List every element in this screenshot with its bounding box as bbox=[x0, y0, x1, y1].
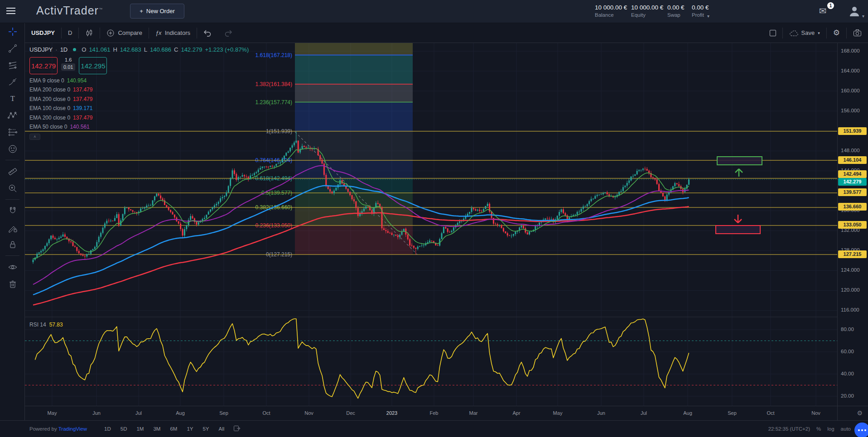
svg-text:T: T bbox=[10, 95, 15, 102]
timeframe-row: 1D5D1M3M6M1Y5YAll bbox=[101, 425, 227, 433]
legend-timeframe[interactable]: 1D bbox=[60, 46, 68, 53]
long-arrow-icon bbox=[735, 169, 743, 177]
indicator-row[interactable]: EMA 200 close 0137.479 bbox=[29, 86, 249, 93]
new-order-button[interactable]: + New Order bbox=[130, 4, 184, 19]
candlestick-icon bbox=[85, 29, 93, 37]
trend-line-tool[interactable] bbox=[0, 40, 25, 57]
compare-button[interactable]: Compare bbox=[100, 23, 148, 43]
range-button-1m[interactable]: 1M bbox=[134, 425, 146, 433]
market-open-dot bbox=[73, 48, 76, 51]
tradingview-link[interactable]: TradingView bbox=[58, 426, 87, 432]
range-button-6m[interactable]: 6M bbox=[167, 425, 180, 433]
ruler-tool[interactable] bbox=[0, 163, 25, 180]
month-label: Nov bbox=[304, 410, 313, 416]
emoji-tool[interactable] bbox=[0, 140, 25, 157]
fib-level-label: 1.382(161.384) bbox=[256, 81, 292, 87]
eye-tool[interactable] bbox=[0, 259, 25, 275]
drawing-lock-tool[interactable] bbox=[0, 219, 25, 236]
price-tick-label: 124.000 bbox=[841, 267, 860, 273]
text-tool[interactable]: T bbox=[0, 90, 25, 107]
avatar-dropdown-caret[interactable]: ▾ bbox=[862, 14, 864, 19]
avatar[interactable] bbox=[848, 5, 861, 17]
month-label: Aug bbox=[683, 410, 692, 416]
rsi-tick-label: 80.00 bbox=[841, 327, 854, 332]
magnet-tool[interactable] bbox=[0, 202, 25, 219]
percent-scale-button[interactable]: % bbox=[816, 426, 821, 432]
mail-icon[interactable]: ✉ bbox=[819, 5, 827, 16]
legend-symbol[interactable]: USDJPY bbox=[29, 46, 53, 53]
price-axis[interactable]: 168.000164.000160.000156.000148.000144.0… bbox=[837, 43, 868, 420]
mail-badge: 1 bbox=[827, 2, 834, 9]
crosshair-tool[interactable] bbox=[0, 23, 25, 40]
range-button-3m[interactable]: 3M bbox=[150, 425, 163, 433]
indicator-value: 137.479 bbox=[73, 86, 92, 93]
account-dropdown-caret[interactable]: ▾ bbox=[707, 14, 709, 19]
log-scale-button[interactable]: log bbox=[827, 426, 834, 432]
spread-points: 0.01 bbox=[61, 63, 75, 71]
month-label: Oct bbox=[767, 410, 774, 416]
forecast-tool[interactable] bbox=[0, 124, 25, 140]
chart-style-button[interactable] bbox=[79, 23, 100, 43]
trash-tool[interactable] bbox=[0, 275, 25, 292]
undo-button[interactable] bbox=[197, 23, 218, 43]
indicator-row[interactable]: EMA 200 close 0137.479 bbox=[29, 96, 249, 102]
axis-settings-gear-icon[interactable]: ⚙ bbox=[857, 409, 863, 417]
indicator-value: 137.479 bbox=[73, 115, 92, 121]
brush-icon bbox=[7, 77, 18, 87]
top-bar: ActivTrader™ + New Order 10 000.00 € Bal… bbox=[0, 0, 868, 23]
range-button-1y[interactable]: 1Y bbox=[184, 425, 196, 433]
chart-legend: USDJPY · 1D O141.061 H142.683 L140.686 C… bbox=[29, 46, 249, 140]
profit-label: Profit bbox=[692, 12, 709, 18]
layout-toggle-button[interactable] bbox=[763, 23, 782, 43]
app-logo: ActivTrader™ bbox=[36, 4, 103, 17]
equity-block: 10 000.00 € Equity bbox=[631, 4, 663, 18]
rsi-tick-label: 20.00 bbox=[841, 393, 854, 399]
spread-indicator: 1.6 0.01 bbox=[61, 57, 75, 71]
rsi-tick-label: 60.00 bbox=[841, 349, 854, 354]
price-tick-label: 168.000 bbox=[841, 48, 860, 53]
indicators-button[interactable]: ƒx Indicators bbox=[149, 23, 197, 43]
indicator-row[interactable]: EMA 50 close 0140.561 bbox=[29, 124, 249, 130]
support-chat-button[interactable] bbox=[854, 423, 868, 437]
indicator-row[interactable]: EMA 100 close 0139.171 bbox=[29, 105, 249, 111]
range-button-5y[interactable]: 5Y bbox=[200, 425, 212, 433]
price-level-badge: 136.660 bbox=[838, 203, 867, 211]
timeframe-button[interactable]: D bbox=[62, 23, 78, 43]
month-label: Jun bbox=[597, 410, 605, 416]
price-level-badge: 151.939 bbox=[838, 127, 867, 135]
rsi-legend: RSI 1457.83 bbox=[29, 322, 63, 328]
range-button-all[interactable]: All bbox=[216, 425, 227, 433]
chart-canvas[interactable]: 1.618(167.218)1.382(161.384)1.236(157.77… bbox=[25, 43, 837, 406]
redo-button[interactable] bbox=[218, 23, 239, 43]
indicator-row[interactable]: EMA 9 close 0140.954 bbox=[29, 77, 249, 84]
menu-icon[interactable] bbox=[6, 8, 15, 15]
lock-tool[interactable] bbox=[0, 236, 25, 253]
auto-scale-button[interactable]: auto bbox=[841, 426, 851, 432]
range-button-1d[interactable]: 1D bbox=[101, 425, 114, 433]
range-button-5d[interactable]: 5D bbox=[118, 425, 130, 433]
ohlc-low: 140.686 bbox=[150, 46, 171, 53]
save-button[interactable]: Save ▾ bbox=[783, 23, 826, 43]
month-label: Oct bbox=[262, 410, 270, 416]
brush-tool[interactable] bbox=[0, 73, 25, 90]
legend-collapse-button[interactable]: ˄ bbox=[29, 134, 40, 140]
camera-icon bbox=[853, 29, 862, 37]
buy-button[interactable]: 142.295 bbox=[79, 57, 107, 74]
zoom-in-tool[interactable] bbox=[0, 180, 25, 197]
fib-tool-tool[interactable] bbox=[0, 57, 25, 73]
drawing-lock-icon bbox=[7, 222, 18, 233]
balance-block: 10 000.00 € Balance bbox=[595, 4, 627, 18]
sell-button[interactable]: 142.279 bbox=[29, 57, 58, 74]
screenshot-button[interactable] bbox=[847, 23, 868, 43]
crosshair-icon bbox=[7, 26, 18, 37]
profit-block: 0.00 € Profit bbox=[692, 4, 709, 18]
month-label: Aug bbox=[176, 410, 185, 416]
symbol-button[interactable]: USDJPY bbox=[25, 23, 61, 43]
go-to-date-icon[interactable] bbox=[233, 425, 241, 432]
indicator-row[interactable]: EMA 200 close 0137.479 bbox=[29, 115, 249, 121]
chart-settings-button[interactable]: ⚙ bbox=[827, 23, 846, 43]
zoom-in-icon bbox=[7, 183, 18, 194]
time-axis[interactable]: MayJunJulAugSepOctNovDec2023FebMarAprMay… bbox=[25, 406, 837, 420]
ohlc-high: 142.683 bbox=[120, 46, 141, 53]
xabcd-pattern-tool[interactable] bbox=[0, 107, 25, 124]
